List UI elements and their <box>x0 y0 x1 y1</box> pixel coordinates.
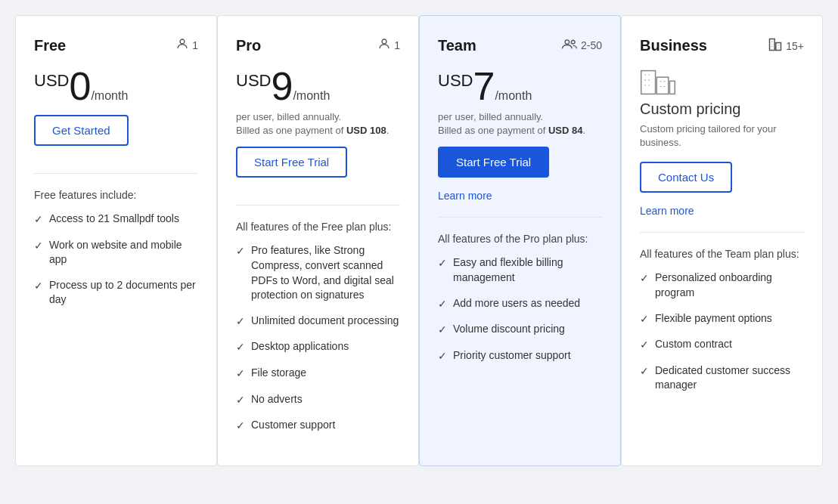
check-icon: ✓ <box>236 366 245 382</box>
feature-item: ✓ Unlimited document processing <box>236 314 400 329</box>
features-intro-free: Free features include: <box>34 189 198 201</box>
feature-text: Desktop applications <box>251 339 349 354</box>
feature-item: ✓ Flexible payment options <box>640 311 804 327</box>
currency: USD <box>438 73 473 89</box>
feature-item: ✓ Personalized onboarding program <box>640 271 804 300</box>
custom-pricing-icon <box>640 67 804 100</box>
feature-item: ✓ Volume discount pricing <box>438 322 602 338</box>
divider <box>236 205 400 206</box>
feature-item: ✓ No adverts <box>236 392 400 408</box>
feature-item: ✓ Work on website and mobile app <box>34 238 198 267</box>
features-intro-pro: All features of the Free plan plus: <box>236 221 400 233</box>
users-count: 1 <box>394 39 400 51</box>
feature-text: File storage <box>251 366 306 381</box>
check-icon: ✓ <box>640 364 649 379</box>
svg-rect-12 <box>656 77 668 94</box>
feature-text: Customer support <box>251 418 335 433</box>
divider <box>34 173 198 174</box>
plan-header-business: Business 15+ <box>640 37 804 55</box>
svg-rect-5 <box>776 43 781 51</box>
feature-list-team: ✓ Easy and flexible billing management ✓… <box>438 255 602 363</box>
price-block-pro: USD9/month per user, billed annually. Bi… <box>236 66 400 138</box>
svg-rect-13 <box>669 81 675 94</box>
person-icon <box>377 37 391 54</box>
check-icon: ✓ <box>640 312 649 327</box>
check-icon: ✓ <box>236 314 245 329</box>
divider <box>438 217 602 218</box>
period: /month <box>91 89 128 102</box>
svg-point-3 <box>571 40 575 44</box>
divider <box>640 232 804 233</box>
svg-point-0 <box>180 39 185 44</box>
feature-item: ✓ Easy and flexible billing management <box>438 255 602 285</box>
plan-users-business: 15+ <box>768 37 804 55</box>
price-note: per user, billed annually. Billed as one… <box>236 110 400 138</box>
currency: USD <box>236 73 271 89</box>
plan-users-free: 1 <box>175 37 198 54</box>
feature-text: Add more users as needed <box>453 296 580 311</box>
feature-text: Easy and flexible billing management <box>453 255 602 285</box>
learn-more-business[interactable]: Learn more <box>640 205 804 217</box>
plan-card-team: Team 2-50 USD7/month per user, billed an… <box>419 15 621 466</box>
plan-header-team: Team 2-50 <box>438 37 602 54</box>
feature-item: ✓ Pro features, like Strong Compress, co… <box>236 243 400 302</box>
plan-card-free: Free 1 USD0/month Get Started Free featu… <box>15 15 217 466</box>
feature-item: ✓ Desktop applications <box>236 339 400 355</box>
cta-button-free[interactable]: Get Started <box>34 115 129 146</box>
feature-text: Priority customer support <box>453 348 571 363</box>
learn-more-team[interactable]: Learn more <box>438 190 602 202</box>
feature-item: ✓ Access to 21 Smallpdf tools <box>34 212 198 227</box>
plan-header-pro: Pro 1 <box>236 37 400 54</box>
check-icon: ✓ <box>640 338 649 353</box>
feature-item: ✓ Dedicated customer success manager <box>640 363 804 393</box>
plan-card-business: Business 15+ Custom pricin <box>621 15 823 466</box>
check-icon: ✓ <box>34 279 43 294</box>
check-icon: ✓ <box>34 239 43 254</box>
price-main: USD9/month <box>236 66 400 106</box>
check-icon: ✓ <box>34 212 43 227</box>
feature-text: Flexible payment options <box>655 311 772 326</box>
building-icon <box>768 37 783 55</box>
svg-rect-4 <box>770 39 775 51</box>
feature-text: Unlimited document processing <box>251 314 399 329</box>
price-main: USD7/month <box>438 66 602 106</box>
price-main: USD0/month <box>34 66 198 106</box>
period: /month <box>495 89 532 102</box>
feature-text: Custom contract <box>655 337 732 352</box>
feature-text: Pro features, like Strong Compress, conv… <box>251 243 400 302</box>
amount: 9 <box>271 64 293 108</box>
feature-text: Dedicated customer success manager <box>655 363 804 393</box>
feature-text: Process up to 2 documents per day <box>49 278 198 308</box>
features-intro-team: All features of the Pro plan plus: <box>438 233 602 245</box>
feature-text: Access to 21 Smallpdf tools <box>49 212 179 227</box>
plan-name-business: Business <box>640 37 707 54</box>
feature-list-free: ✓ Access to 21 Smallpdf tools ✓ Work on … <box>34 212 198 308</box>
feature-item: ✓ Custom contract <box>640 337 804 353</box>
group-icon <box>561 37 578 54</box>
period: /month <box>293 89 330 102</box>
plan-name-pro: Pro <box>236 37 261 54</box>
check-icon: ✓ <box>640 271 649 286</box>
features-intro-business: All features of the Team plan plus: <box>640 248 804 260</box>
check-icon: ✓ <box>236 393 245 408</box>
users-count: 15+ <box>786 40 804 52</box>
plan-users-team: 2-50 <box>561 37 602 54</box>
check-icon: ✓ <box>236 340 245 355</box>
check-icon: ✓ <box>236 419 245 434</box>
plan-users-pro: 1 <box>377 37 400 54</box>
svg-point-1 <box>382 39 386 44</box>
cta-button-team[interactable]: Start Free Trial <box>438 147 549 178</box>
feature-text: Personalized onboarding program <box>655 271 804 300</box>
feature-item: ✓ Process up to 2 documents per day <box>34 278 198 308</box>
check-icon: ✓ <box>438 256 447 271</box>
person-icon <box>175 37 189 54</box>
pricing-container: Free 1 USD0/month Get Started Free featu… <box>15 15 823 466</box>
plan-name-free: Free <box>34 37 66 54</box>
amount: 7 <box>473 64 495 108</box>
price-block-business: Custom pricing Custom pricing tailored f… <box>640 67 804 150</box>
cta-button-business[interactable]: Contact Us <box>640 162 732 193</box>
check-icon: ✓ <box>438 349 447 364</box>
cta-button-pro[interactable]: Start Free Trial <box>236 147 347 178</box>
check-icon: ✓ <box>438 297 447 312</box>
currency: USD <box>34 73 69 89</box>
